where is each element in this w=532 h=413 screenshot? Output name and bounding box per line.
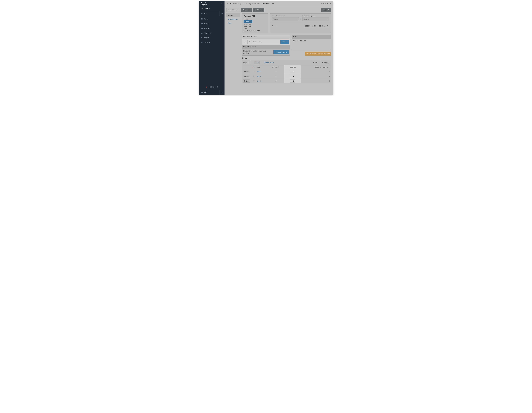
- item-link[interactable]: Item 2: [257, 75, 261, 77]
- sidebar-item-sales[interactable]: Sales: [199, 17, 225, 21]
- in-transit-value: 3: [267, 78, 285, 83]
- item-link[interactable]: Item 3: [257, 80, 261, 82]
- sidebar-item-reports[interactable]: Reports: [199, 35, 225, 40]
- receive-all-button[interactable]: Receive All Items: [274, 50, 289, 54]
- lock-button[interactable]: Lock: [199, 11, 219, 16]
- chevron-left-icon: [252, 62, 253, 63]
- table-row: Return1Item 110: [242, 69, 331, 74]
- sent-label: Sent: [244, 28, 266, 29]
- receive-qty-input[interactable]: [243, 40, 247, 44]
- globe-icon: [201, 23, 203, 24]
- subnav-special-orders[interactable]: Special Orders: [227, 17, 240, 21]
- added-value: 0: [301, 78, 331, 83]
- duplicate-button[interactable]: Duplicate: [322, 8, 331, 12]
- lock-icon: [201, 13, 203, 14]
- return-button[interactable]: Return: [243, 75, 250, 78]
- table-row: Return2Item 220: [242, 74, 331, 78]
- add-to-inventory-button[interactable]: Add Received Items To Inventory: [305, 52, 331, 56]
- received-input[interactable]: [290, 79, 295, 83]
- clock-icon: [327, 25, 328, 27]
- help-icon: [201, 92, 203, 93]
- per-page-select[interactable]: 15 PER PAGE: [264, 62, 274, 63]
- to-shop-value: Shop B: [304, 18, 309, 20]
- pager-next[interactable]: [329, 2, 331, 5]
- register-icon: [201, 18, 203, 20]
- crumb-current: Transfer: #36: [262, 2, 274, 5]
- page-next[interactable]: [260, 61, 263, 64]
- in-transit-value: 1: [267, 69, 285, 74]
- nav-label: Customers: [204, 32, 211, 34]
- drawer-icon: [201, 28, 203, 29]
- nav-label: Reports: [204, 37, 209, 38]
- pin-button[interactable]: [219, 90, 225, 95]
- user-menu[interactable]: Jane Smith ▼: [199, 7, 225, 11]
- item-search-input[interactable]: [252, 40, 280, 44]
- flame-icon: [206, 86, 208, 88]
- received-input[interactable]: [290, 70, 295, 73]
- help-button[interactable]: Help: [199, 90, 219, 95]
- items-heading: Items: [242, 57, 331, 59]
- nav-label: Inventory: [204, 28, 210, 29]
- col-in-transit[interactable]: IN TRANSIT: [267, 65, 285, 69]
- chevron-right-icon: ▶: [221, 3, 222, 5]
- col-added[interactable]: ADDED TO INVENTORY: [301, 65, 331, 69]
- main: Inventory › Inventory Transfers › Transf…: [225, 1, 333, 95]
- sidebar-item-ecom[interactable]: eCom: [199, 21, 225, 26]
- menu-button[interactable]: [227, 2, 228, 5]
- needby-time-input[interactable]: 08:00 am: [318, 24, 329, 28]
- mark-received-heading: Mark Item Received: [242, 35, 290, 39]
- print-labels-button[interactable]: Print Labels: [253, 8, 264, 12]
- drawer-icon: [230, 3, 232, 4]
- item-link[interactable]: Item 1: [257, 70, 261, 72]
- chevron-down-icon: [327, 19, 328, 20]
- row-num: 2: [251, 74, 256, 78]
- nav-label: Sales: [204, 18, 208, 20]
- return-button[interactable]: Return: [243, 70, 250, 73]
- svg-point-1: [202, 32, 202, 33]
- shop-selector[interactable]: Shop A Register1 ▶: [199, 1, 225, 7]
- return-button[interactable]: Return: [243, 79, 250, 83]
- export-label: Export: [324, 62, 328, 63]
- user-icon: [201, 32, 203, 34]
- received-input[interactable]: [290, 75, 295, 78]
- crumb-inventory[interactable]: Inventory: [233, 2, 241, 5]
- save-button[interactable]: Save Changes: [227, 8, 240, 12]
- mark-all-heading: Mark All Received: [242, 45, 290, 49]
- items-section: Items 3 Results 1 - 3 15 PER PAGE: [242, 57, 331, 83]
- sidebar-item-inventory[interactable]: Inventory: [199, 26, 225, 31]
- from-shop-select[interactable]: Shop A: [272, 17, 299, 21]
- page-prev[interactable]: [251, 61, 254, 64]
- col-num[interactable]: ▾#: [251, 65, 256, 69]
- crumb-transfers[interactable]: Inventory Transfers: [243, 2, 260, 5]
- help-label: Help: [204, 92, 207, 93]
- to-shop-select[interactable]: Shop B: [302, 17, 329, 21]
- added-value: 0: [301, 69, 331, 74]
- subnav-sales[interactable]: Sales: [227, 21, 240, 25]
- col-received[interactable]: RECEIVED: [285, 65, 301, 69]
- receive-button[interactable]: Receive: [280, 40, 289, 44]
- sidebar: Shop A Register1 ▶ Jane Smith ▼ Lock Sal…: [199, 1, 225, 95]
- logout-button[interactable]: [219, 11, 225, 16]
- pager-prev[interactable]: [327, 2, 329, 5]
- register-name: Register1: [201, 4, 207, 6]
- export-items-button[interactable]: Export: [321, 61, 330, 64]
- pagination: 1 - 3: [251, 61, 263, 64]
- subnav-details[interactable]: Details: [227, 13, 240, 17]
- print-items-button[interactable]: Print: [311, 61, 319, 64]
- sort-desc-icon: ▾: [253, 67, 253, 68]
- col-item[interactable]: ITEM: [256, 65, 267, 69]
- sidebar-item-customers[interactable]: Customers: [199, 31, 225, 35]
- calendar-icon: [314, 25, 316, 27]
- transfer-title: Transfer #36: [244, 15, 266, 17]
- created-by: Jane Smith: [244, 25, 266, 27]
- print-icon: [313, 62, 314, 63]
- chevron-down-icon: ▼: [209, 8, 210, 9]
- print-label: Print: [315, 62, 318, 63]
- sidebar-item-settings[interactable]: Settings: [199, 40, 225, 45]
- needby-time-value: 08:00 am: [319, 25, 326, 27]
- resize-handle-icon[interactable]: [330, 49, 331, 50]
- print-order-button[interactable]: Print Order: [241, 8, 252, 12]
- in-transit-value: 2: [267, 74, 285, 78]
- needby-date-input[interactable]: 2018-04-17: [304, 24, 317, 28]
- notes-textarea[interactable]: Please send asap.: [292, 39, 331, 50]
